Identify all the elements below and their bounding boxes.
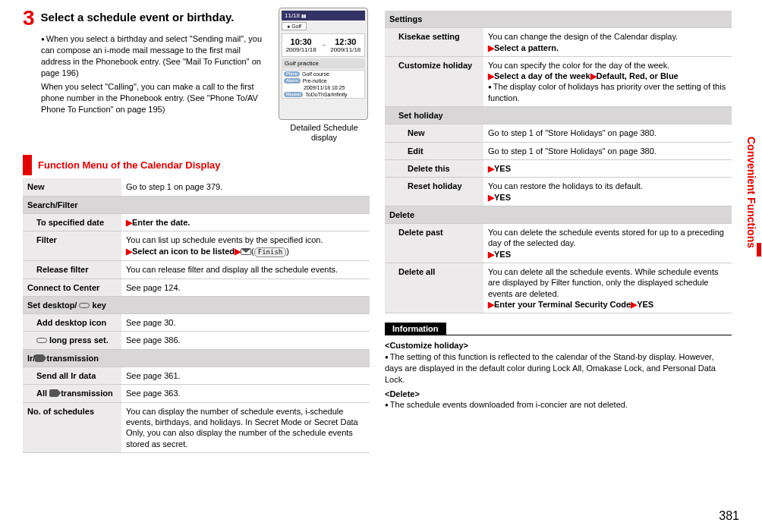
arrow-icon: →: [320, 42, 326, 49]
ir-icon: [49, 389, 58, 397]
phone-mockup: 11/18 ▮▮ ● Golf 10:30 2009/11/18 → 12:30…: [279, 8, 370, 143]
row-set-desktop-header: Set desktop/ key: [23, 296, 370, 313]
row-send-all-ir: Send all Ir data: [23, 367, 121, 385]
row-delete-header: Delete: [385, 206, 732, 223]
row-search-filter-header: Search/Filter: [23, 196, 370, 213]
step-body-2: When you select "Calling", you can make …: [41, 81, 272, 115]
step-number: 3: [23, 8, 35, 29]
row-release-filter: Release filter: [23, 261, 121, 279]
mail-icon: [241, 248, 251, 255]
phone-caption: Detailed Schedule: [279, 123, 370, 133]
row-customize-holiday: Customize holiday: [385, 56, 483, 106]
row-filter: Filter: [23, 231, 121, 261]
row-long-press-set: long press set.: [23, 332, 121, 349]
phone-tab: ● Golf: [282, 22, 307, 30]
row-set-holiday-header: Set holiday: [385, 107, 732, 124]
phone-time-start: 10:30: [286, 37, 316, 46]
row-new: New: [23, 178, 121, 196]
row-settings-header: Settings: [385, 11, 732, 28]
row-delete-past: Delete past: [385, 224, 483, 263]
row-holiday-new: New: [385, 124, 483, 142]
side-tab: Convenient Functions: [745, 137, 757, 248]
side-indicator: [757, 243, 761, 257]
row-all-transmission: All transmission: [23, 385, 121, 402]
row-holiday-edit: Edit: [385, 142, 483, 159]
information-tag: Information: [385, 323, 446, 335]
phone-subtitle: Golf practice: [282, 58, 365, 68]
row-no-of-schedules: No. of schedules: [23, 402, 121, 452]
page-number: 381: [719, 509, 739, 523]
step-title: Select a schedule event or birthday.: [41, 8, 235, 24]
key-icon: [79, 303, 90, 308]
phone-time-end: 12:30: [330, 37, 361, 46]
step-body-1: When you select a birthday and select "S…: [41, 33, 272, 78]
row-add-desktop-icon: Add desktop icon: [23, 314, 121, 332]
row-delete-all: Delete all: [385, 263, 483, 313]
function-menu-title: Function Menu of the Calendar Display: [23, 155, 370, 175]
key-icon: [36, 338, 47, 343]
ir-icon: [35, 354, 44, 362]
info-sub-customize: <Customize holiday>: [385, 340, 732, 351]
row-ir-transmission-header: Ir/ transmission: [23, 349, 370, 367]
info-p2: The schedule events downloaded from i-co…: [385, 399, 732, 411]
row-kisekae: Kisekae setting: [385, 28, 483, 57]
function-menu-table-left: New Go to step 1 on page 379. Search/Fil…: [23, 178, 370, 452]
function-menu-table-right: Settings Kisekae setting You can change …: [385, 11, 732, 313]
row-connect-center: Connect to Center: [23, 279, 121, 296]
info-sub-delete: <Delete>: [385, 389, 732, 400]
finish-button-icon: Finish: [254, 247, 287, 258]
row-to-specified-date: To specified date: [23, 213, 121, 231]
row-reset-holiday: Reset holiday: [385, 178, 483, 206]
row-delete-this: Delete this: [385, 159, 483, 177]
info-p1: The setting of this function is reflecte…: [385, 351, 732, 386]
phone-topbar: 11/18 ▮▮: [282, 11, 365, 20]
